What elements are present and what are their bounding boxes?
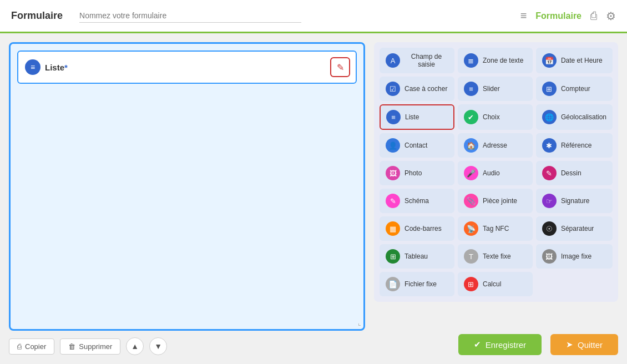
- save-copy-icon[interactable]: ⎙: [590, 9, 597, 22]
- adresse-label: Adresse: [483, 141, 507, 149]
- quit-icon: ➤: [566, 340, 573, 350]
- schema-icon: ✎: [386, 194, 400, 208]
- tableau-icon: ⊞: [386, 249, 400, 264]
- adresse-icon: 🏠: [464, 138, 478, 153]
- save-button[interactable]: ✔ Enregistrer: [458, 334, 542, 355]
- contact-label: Contact: [404, 141, 427, 149]
- compteur-label: Compteur: [561, 85, 590, 93]
- case-cocher-icon: ☑: [386, 82, 400, 96]
- photo-icon: 🖼: [386, 166, 400, 180]
- image-fixe-icon: 🖼: [542, 249, 557, 264]
- right-panel: A Champ de saisie ≣ Zone de texte 📅 Date…: [374, 42, 618, 355]
- widget-contact[interactable]: 👤 Contact: [380, 133, 454, 158]
- widget-dessin[interactable]: ✎ Dessin: [536, 161, 613, 185]
- piece-jointe-icon: 📎: [464, 194, 478, 208]
- move-up-button[interactable]: ▲: [126, 337, 144, 355]
- required-marker: *: [64, 63, 68, 72]
- separateur-icon: ☉: [542, 221, 557, 236]
- widget-photo[interactable]: 🖼 Photo: [380, 161, 454, 185]
- reference-icon: ✱: [542, 138, 557, 153]
- quit-button[interactable]: ➤ Quitter: [550, 334, 618, 355]
- widget-champ-saisie[interactable]: A Champ de saisie: [380, 48, 454, 73]
- dessin-label: Dessin: [561, 169, 582, 177]
- widget-separateur[interactable]: ☉ Séparateur: [536, 216, 613, 241]
- code-barres-icon: ▦: [386, 221, 400, 236]
- field-edit-button[interactable]: ✎: [330, 57, 350, 77]
- copy-button[interactable]: ⎙ Copier: [9, 338, 54, 355]
- checkmark-icon: ✔: [474, 340, 481, 350]
- widget-reference[interactable]: ✱ Référence: [536, 133, 613, 158]
- widget-slider[interactable]: ≡ Slider: [458, 77, 533, 101]
- topbar-right: ≡ Formulaire ⎙ ⚙: [520, 9, 616, 23]
- audio-icon: 🎤: [464, 166, 478, 180]
- texte-fixe-label: Texte fixe: [483, 252, 511, 260]
- move-down-button[interactable]: ▼: [149, 337, 167, 355]
- audio-label: Audio: [483, 169, 500, 177]
- tag-nfc-label: Tag NFC: [483, 225, 509, 232]
- widget-calcul[interactable]: ⊞ Calcul: [458, 272, 533, 296]
- settings-icon[interactable]: ⚙: [606, 9, 616, 23]
- copy-icon: ⎙: [17, 342, 22, 351]
- calcul-label: Calcul: [483, 280, 501, 288]
- reference-label: Référence: [561, 141, 591, 149]
- widget-zone-texte[interactable]: ≣ Zone de texte: [458, 48, 533, 73]
- case-cocher-label: Case à cocher: [404, 85, 447, 93]
- liste-field-icon: ≡: [25, 59, 41, 75]
- widget-geolocalisation[interactable]: 🌐 Géolocalisation: [536, 104, 613, 130]
- code-barres-label: Code-barres: [404, 225, 442, 232]
- widget-schema[interactable]: ✎ Schéma: [380, 189, 454, 213]
- list-view-icon[interactable]: ≡: [520, 9, 527, 22]
- slider-icon: ≡: [464, 82, 478, 96]
- choix-icon: ✔: [464, 110, 478, 124]
- left-panel: ≡ Liste* ✎ ⌞ ⎙ Copier 🗑 Supprimer ▲ ▼: [9, 42, 365, 355]
- widget-tag-nfc[interactable]: 📡 Tag NFC: [458, 216, 533, 241]
- widget-signature[interactable]: ☞ Signature: [536, 189, 613, 213]
- texte-fixe-icon: T: [464, 249, 478, 264]
- action-buttons: ✔ Enregistrer ➤ Quitter: [374, 334, 618, 355]
- widget-fichier-fixe[interactable]: 📄 Fichier fixe: [380, 272, 454, 296]
- zone-texte-icon: ≣: [464, 53, 478, 68]
- signature-icon: ☞: [542, 194, 557, 208]
- delete-button[interactable]: 🗑 Supprimer: [60, 338, 120, 355]
- widget-tableau[interactable]: ⊞ Tableau: [380, 244, 454, 269]
- champ-saisie-icon: A: [386, 53, 400, 68]
- widget-date-heure[interactable]: 📅 Date et Heure: [536, 48, 613, 73]
- separateur-label: Séparateur: [561, 225, 594, 232]
- tag-nfc-icon: 📡: [464, 221, 478, 236]
- widget-liste[interactable]: ≡ Liste: [380, 104, 454, 130]
- widget-audio[interactable]: 🎤 Audio: [458, 161, 533, 185]
- canvas-resize-handle[interactable]: ⌞: [358, 319, 361, 327]
- liste-label: Liste: [405, 113, 419, 121]
- liste-field-label: Liste*: [45, 63, 68, 72]
- piece-jointe-label: Pièce jointe: [483, 197, 517, 205]
- choix-label: Choix: [483, 113, 500, 121]
- photo-label: Photo: [404, 169, 422, 177]
- date-heure-label: Date et Heure: [561, 57, 603, 64]
- form-name-input[interactable]: [79, 9, 301, 23]
- bottom-toolbar: ⎙ Copier 🗑 Supprimer ▲ ▼: [9, 337, 365, 355]
- widget-image-fixe[interactable]: 🖼 Image fixe: [536, 244, 613, 269]
- formulaire-tab-label[interactable]: Formulaire: [535, 11, 582, 21]
- widget-choix[interactable]: ✔ Choix: [458, 104, 533, 130]
- date-heure-icon: 📅: [542, 53, 557, 68]
- schema-label: Schéma: [404, 197, 429, 205]
- zone-texte-label: Zone de texte: [483, 57, 523, 64]
- widget-compteur[interactable]: ⊞ Compteur: [536, 77, 613, 101]
- widget-case-cocher[interactable]: ☑ Case à cocher: [380, 77, 454, 101]
- geolocalisation-icon: 🌐: [542, 110, 557, 124]
- tableau-label: Tableau: [404, 252, 428, 260]
- widget-code-barres[interactable]: ▦ Code-barres: [380, 216, 454, 241]
- calcul-icon: ⊞: [464, 277, 478, 291]
- main-area: ≡ Liste* ✎ ⌞ ⎙ Copier 🗑 Supprimer ▲ ▼: [0, 33, 627, 364]
- widget-grid: A Champ de saisie ≣ Zone de texte 📅 Date…: [374, 42, 618, 302]
- image-fixe-label: Image fixe: [561, 252, 591, 260]
- contact-icon: 👤: [386, 138, 400, 153]
- fichier-fixe-icon: 📄: [386, 277, 400, 291]
- liste-icon: ≡: [386, 110, 401, 124]
- fichier-fixe-label: Fichier fixe: [404, 280, 437, 288]
- form-canvas: ≡ Liste* ✎ ⌞: [9, 42, 365, 331]
- widget-texte-fixe[interactable]: T Texte fixe: [458, 244, 533, 269]
- widget-piece-jointe[interactable]: 📎 Pièce jointe: [458, 189, 533, 213]
- signature-label: Signature: [561, 197, 589, 205]
- widget-adresse[interactable]: 🏠 Adresse: [458, 133, 533, 158]
